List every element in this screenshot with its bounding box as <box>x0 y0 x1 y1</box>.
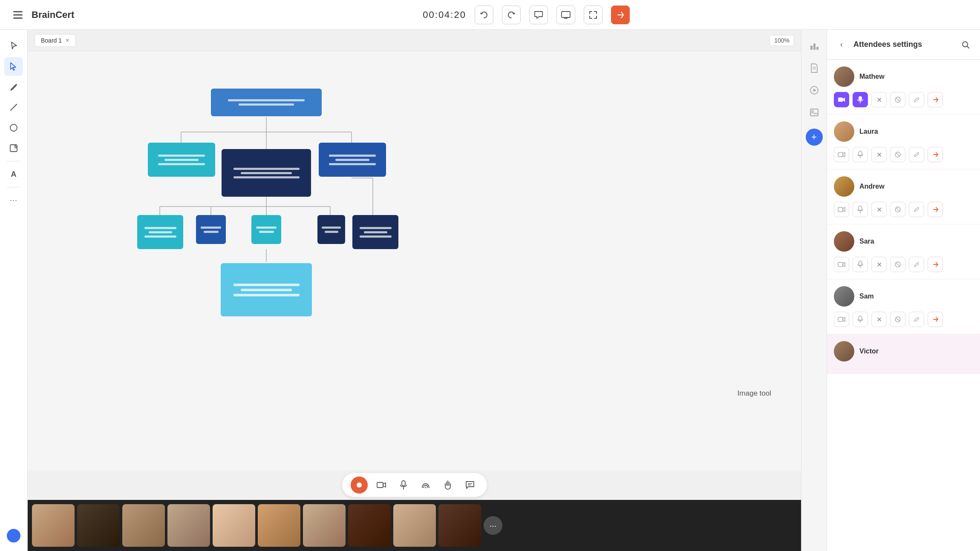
sam-cam-button[interactable] <box>834 312 849 327</box>
mathew-mute-button[interactable] <box>890 92 905 107</box>
board-tab-1[interactable]: Board 1 ✕ <box>35 34 76 47</box>
node-mid-left[interactable] <box>148 143 215 177</box>
more-tools[interactable]: ··· <box>4 191 23 209</box>
andrew-mute-button[interactable] <box>890 202 905 217</box>
svg-rect-0 <box>13 11 23 12</box>
select-tool[interactable] <box>4 57 23 76</box>
video-thumb-2[interactable] <box>77 504 120 547</box>
andrew-mic-button[interactable] <box>853 202 868 217</box>
video-thumb-5[interactable] <box>213 504 255 547</box>
andrew-cam-button[interactable] <box>834 202 849 217</box>
panel-search-button[interactable] <box>958 37 973 52</box>
mathew-remove-button[interactable]: ✕ <box>871 92 887 107</box>
attendee-sara-top: Sara <box>834 231 973 252</box>
node-mid-center[interactable] <box>222 149 311 197</box>
mathew-kick-button[interactable] <box>928 92 943 107</box>
sara-annotate-button[interactable] <box>909 257 924 272</box>
sam-mic-button[interactable] <box>853 312 868 327</box>
attendee-mathew-top: Mathew <box>834 66 973 87</box>
play-tool-button[interactable] <box>805 81 824 100</box>
svg-rect-65 <box>838 317 843 321</box>
node-bot-left1[interactable] <box>137 215 183 249</box>
andrew-kick-button[interactable] <box>928 202 943 217</box>
mathew-cam-button[interactable] <box>834 92 849 107</box>
laura-kick-button[interactable] <box>928 147 943 162</box>
mathew-annotate-button[interactable] <box>909 92 924 107</box>
text-tool[interactable]: A <box>4 165 23 184</box>
pen-tool[interactable] <box>4 77 23 96</box>
chat-icon-button[interactable] <box>529 6 548 24</box>
sara-mute-button[interactable] <box>890 257 905 272</box>
topbar-center: 00:04:20 <box>81 6 971 24</box>
sticky-tool[interactable] <box>4 139 23 158</box>
board-tab-label: Board 1 <box>41 37 62 44</box>
node-mid-right[interactable] <box>319 143 386 177</box>
laura-mic-button[interactable] <box>853 147 868 162</box>
video-thumb-9[interactable] <box>393 504 436 547</box>
attendee-andrew-controls: ✕ <box>834 202 973 217</box>
video-thumb-10[interactable] <box>438 504 481 547</box>
sara-kick-button[interactable] <box>928 257 943 272</box>
fullscreen-button[interactable] <box>584 6 602 24</box>
more-video-button[interactable]: ··· <box>484 516 502 535</box>
svg-line-57 <box>896 208 899 211</box>
cursor-tool[interactable] <box>4 37 23 55</box>
add-tool-button[interactable]: + <box>806 129 823 146</box>
video-thumb-4[interactable] <box>167 504 210 547</box>
node-bot-right2[interactable] <box>352 215 398 249</box>
laura-remove-button[interactable]: ✕ <box>871 147 887 162</box>
video-thumb-1[interactable] <box>32 504 75 547</box>
panel-back-button[interactable]: ‹ <box>834 37 849 52</box>
record-button[interactable] <box>351 476 368 494</box>
video-button[interactable] <box>373 476 390 494</box>
node-root[interactable] <box>211 89 322 116</box>
image-tool-button[interactable] <box>805 103 824 122</box>
undo-button[interactable] <box>475 6 493 24</box>
sara-cam-button[interactable] <box>834 257 849 272</box>
hand-button[interactable] <box>439 476 456 494</box>
circle-tool[interactable] <box>4 118 23 137</box>
andrew-remove-button[interactable]: ✕ <box>871 202 887 217</box>
sara-mic-button[interactable] <box>853 257 868 272</box>
node-bottom-center[interactable] <box>221 263 312 316</box>
video-thumb-8[interactable] <box>348 504 391 547</box>
sam-mute-button[interactable] <box>890 312 905 327</box>
chat-button[interactable] <box>461 476 478 494</box>
topbar: BrainCert 00:04:20 <box>0 0 980 30</box>
svg-point-28 <box>425 487 426 488</box>
mic-button[interactable] <box>395 476 412 494</box>
chart-tool-button[interactable] <box>805 37 824 55</box>
laura-annotate-button[interactable] <box>909 147 924 162</box>
node-bot-left2[interactable] <box>196 215 226 244</box>
redo-button[interactable] <box>502 6 521 24</box>
doc-tool-button[interactable] <box>805 59 824 77</box>
node-bot-right1[interactable] <box>317 215 345 244</box>
canvas-area: Board 1 ✕ 100% <box>28 30 801 551</box>
svg-rect-25 <box>377 482 383 488</box>
broadcast-button[interactable] <box>417 476 434 494</box>
andrew-annotate-button[interactable] <box>909 202 924 217</box>
menu-button[interactable] <box>9 6 27 24</box>
attendee-andrew-name: Andrew <box>859 183 885 190</box>
line-tool[interactable] <box>4 98 23 117</box>
video-thumb-6[interactable] <box>258 504 300 547</box>
sara-remove-button[interactable]: ✕ <box>871 257 887 272</box>
mathew-mic-button[interactable] <box>853 92 868 107</box>
sam-annotate-button[interactable] <box>909 312 924 327</box>
video-thumb-7[interactable] <box>303 504 346 547</box>
attendee-victor: Victor <box>827 334 980 374</box>
svg-rect-59 <box>838 262 843 267</box>
laura-cam-button[interactable] <box>834 147 849 162</box>
sam-remove-button[interactable]: ✕ <box>871 312 887 327</box>
attendee-victor-top: Victor <box>834 341 973 362</box>
node-bot-mid[interactable] <box>251 215 281 244</box>
exit-button[interactable] <box>611 6 630 24</box>
sam-kick-button[interactable] <box>928 312 943 327</box>
screen-share-button[interactable] <box>556 6 575 24</box>
canvas[interactable]: Image tool <box>28 51 801 470</box>
svg-point-24 <box>357 482 362 488</box>
svg-rect-66 <box>859 316 862 320</box>
video-thumb-3[interactable] <box>122 504 165 547</box>
board-tab-close[interactable]: ✕ <box>65 37 69 43</box>
laura-mute-button[interactable] <box>890 147 905 162</box>
